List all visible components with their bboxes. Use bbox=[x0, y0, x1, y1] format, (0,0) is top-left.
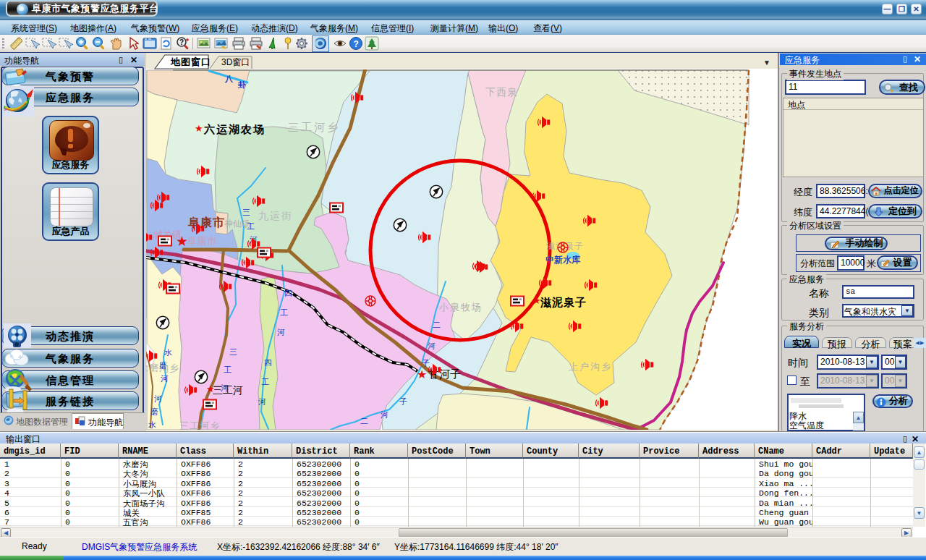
svg-text:小泉牧场: 小泉牧场 bbox=[438, 302, 483, 313]
svg-text:二: 二 bbox=[433, 321, 441, 329]
svg-text:★: ★ bbox=[206, 383, 215, 394]
svg-text:工: 工 bbox=[224, 365, 232, 374]
svg-text:三: 三 bbox=[229, 347, 237, 356]
svg-text:水: 水 bbox=[164, 348, 172, 357]
svg-text:河: 河 bbox=[161, 374, 169, 383]
svg-text:?: ? bbox=[179, 38, 184, 46]
svg-text:3D窗口: 3D窗口 bbox=[221, 57, 250, 67]
svg-text:河: 河 bbox=[258, 397, 266, 406]
svg-text:子: 子 bbox=[422, 359, 430, 368]
svg-text:四: 四 bbox=[264, 358, 272, 367]
svg-text:河: 河 bbox=[277, 328, 285, 336]
svg-text:磨: 磨 bbox=[159, 361, 167, 370]
svg-text:四: 四 bbox=[284, 289, 292, 297]
svg-text:河: 河 bbox=[154, 394, 162, 403]
svg-text:阜康市: 阜康市 bbox=[187, 216, 225, 229]
svg-text:中新水库: 中新水库 bbox=[545, 255, 581, 265]
svg-text:上户沟乡: 上户沟乡 bbox=[569, 361, 612, 372]
svg-text:子: 子 bbox=[399, 397, 407, 406]
svg-text:九运街: 九运街 bbox=[258, 210, 293, 221]
svg-text:地图窗口: 地图窗口 bbox=[170, 56, 211, 67]
svg-text:滋泥泉子: 滋泥泉子 bbox=[540, 296, 587, 308]
svg-text:三: 三 bbox=[242, 208, 250, 216]
svg-text:二: 二 bbox=[360, 417, 368, 425]
svg-text:工: 工 bbox=[280, 308, 288, 317]
svg-text:★: ★ bbox=[417, 368, 427, 381]
svg-text:工: 工 bbox=[261, 378, 269, 386]
svg-text:三工河乡: 三工河乡 bbox=[179, 420, 220, 430]
svg-text:★: ★ bbox=[176, 234, 188, 249]
svg-text:河: 河 bbox=[221, 383, 229, 392]
svg-text:八: 八 bbox=[224, 75, 234, 83]
svg-text:水: 水 bbox=[148, 420, 156, 429]
svg-text:阜康市: 阜康市 bbox=[187, 235, 217, 247]
svg-text:河: 河 bbox=[428, 341, 436, 350]
svg-text:卦: 卦 bbox=[237, 80, 246, 89]
svg-text:河: 河 bbox=[381, 410, 388, 419]
svg-text:下西泉: 下西泉 bbox=[485, 86, 518, 98]
svg-text:三工河乡: 三工河乡 bbox=[288, 121, 340, 133]
svg-text:★: ★ bbox=[532, 295, 541, 306]
svg-text:磨: 磨 bbox=[150, 407, 158, 416]
svg-text:工: 工 bbox=[247, 222, 255, 231]
svg-text:六运湖农场: 六运湖农场 bbox=[203, 123, 266, 135]
svg-text:?: ? bbox=[354, 39, 359, 49]
svg-text:★: ★ bbox=[195, 123, 203, 134]
